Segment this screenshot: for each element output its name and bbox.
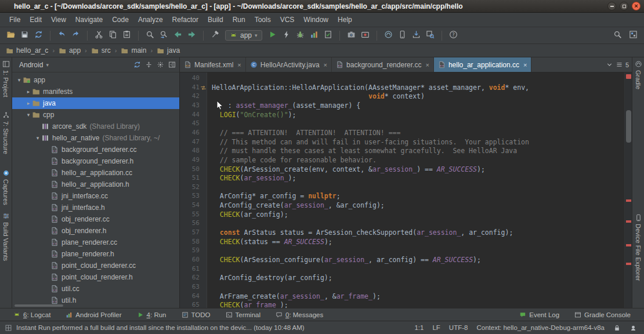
- status-utf-8[interactable]: UTF-8: [449, 324, 468, 331]
- menu-edit[interactable]: Edit: [25, 14, 46, 26]
- breadcrumb-item-main[interactable]: main: [121, 46, 146, 55]
- editor-tab-background_renderer.cc[interactable]: ++background_renderer.cc×: [332, 57, 434, 72]
- tool-strip-button-device-file-explorer[interactable]: Device File Explorer: [635, 214, 642, 281]
- tree-item-hello_ar_application.cc[interactable]: ++hello_ar_application.cc: [12, 167, 179, 179]
- tool-window-button-6-logcat[interactable]: 6: Logcat: [6, 311, 58, 318]
- sync-button[interactable]: [32, 29, 45, 42]
- paste-button[interactable]: [121, 29, 133, 42]
- layout-inspector-button[interactable]: [424, 29, 436, 42]
- tab-list-icon[interactable]: [616, 61, 623, 68]
- hide-panel-icon[interactable]: [168, 61, 176, 68]
- error-stripe-mark[interactable]: [626, 263, 631, 265]
- tree-item-app[interactable]: ▾app: [12, 74, 179, 86]
- attach-debugger-button[interactable]: [280, 29, 292, 42]
- tool-window-button-android-profiler[interactable]: Android Profiler: [58, 311, 129, 318]
- tool-strip-button-gradle[interactable]: Gradle: [635, 60, 642, 89]
- debug-button[interactable]: [294, 29, 306, 42]
- search-everywhere-button[interactable]: [612, 29, 624, 42]
- status-lf[interactable]: LF: [432, 324, 440, 331]
- tab-close-icon[interactable]: ×: [324, 61, 327, 68]
- tree-item-jni_interface.cc[interactable]: ++jni_interface.cc: [12, 190, 179, 202]
- profiler-button[interactable]: [308, 29, 320, 42]
- back-button[interactable]: [172, 29, 184, 42]
- horizontal-scrollbar[interactable]: [15, 304, 63, 307]
- status-caret-position[interactable]: 1:1: [414, 324, 424, 331]
- error-stripe-mark[interactable]: [626, 199, 631, 202]
- menu-tools[interactable]: Tools: [250, 14, 276, 26]
- cut-button[interactable]: [93, 29, 105, 42]
- help-button[interactable]: ?: [447, 29, 460, 42]
- forward-button[interactable]: [186, 29, 198, 42]
- menu-code[interactable]: Code: [107, 14, 133, 26]
- menu-view[interactable]: View: [46, 14, 71, 26]
- tree-expanded-arrow-icon[interactable]: ▾: [34, 135, 41, 141]
- tool-strip-button-7-structure[interactable]: 7: Structure: [2, 111, 10, 154]
- tree-collapsed-arrow-icon[interactable]: ▸: [25, 89, 32, 95]
- titlebar[interactable]: hello_ar_c - [~/Downloads/arcore_sdk/sam…: [0, 0, 644, 13]
- tree-item-obj_renderer.cc[interactable]: ++obj_renderer.cc: [12, 213, 179, 225]
- tree-expanded-arrow-icon[interactable]: ▾: [16, 77, 23, 83]
- breadcrumb-item-java[interactable]: java: [157, 46, 180, 55]
- close-button[interactable]: ×: [632, 2, 641, 10]
- tree-item-arcore_sdk[interactable]: arcore_sdk(Shared Library): [12, 121, 179, 132]
- save-all-button[interactable]: [19, 29, 31, 42]
- menu-window[interactable]: Window: [299, 14, 333, 26]
- tree-expanded-arrow-icon[interactable]: ▾: [25, 112, 32, 118]
- copy-button[interactable]: [107, 29, 119, 42]
- maximize-button[interactable]: [620, 2, 628, 10]
- menu-refactor[interactable]: Refactor: [168, 14, 203, 26]
- menu-help[interactable]: Help: [333, 14, 357, 26]
- undo-button[interactable]: [56, 29, 68, 42]
- tool-window-button-terminal[interactable]: Terminal: [218, 311, 268, 318]
- editor-tab-hello_ar_application.cc[interactable]: ++hello_ar_application.cc×: [434, 57, 532, 72]
- error-stripe-mark[interactable]: [626, 220, 631, 223]
- editor-tab-Manifest.xml[interactable]: <>Manifest.xml×: [180, 57, 246, 72]
- sdk-manager-button[interactable]: [410, 29, 422, 42]
- tree-item-point_cloud_renderer.cc[interactable]: ++point_cloud_renderer.cc: [12, 260, 179, 271]
- tool-window-button-event-log[interactable]: Event Log: [512, 311, 567, 318]
- tab-close-icon[interactable]: ×: [523, 61, 527, 68]
- run-configuration-combo[interactable]: app▾: [225, 30, 262, 41]
- gradle-sync-button[interactable]: [382, 29, 395, 42]
- find-button[interactable]: [144, 29, 156, 42]
- editor-tab-HelloArActivity.java[interactable]: CHelloArActivity.java×: [246, 57, 332, 72]
- breadcrumb-item-src[interactable]: src: [91, 46, 111, 55]
- tool-window-button-4-run[interactable]: 4: Run: [129, 311, 174, 318]
- breadcrumb-item-app[interactable]: app: [59, 46, 81, 55]
- tree-item-plane_renderer.h[interactable]: ++plane_renderer.h: [12, 248, 179, 260]
- open-folder-button[interactable]: [5, 29, 17, 42]
- coverage-button[interactable]: [322, 29, 334, 42]
- menu-file[interactable]: File: [5, 14, 25, 26]
- chevron-down-icon[interactable]: [606, 61, 613, 68]
- status-message-area[interactable]: Instant Run performed a full build and i…: [5, 324, 414, 332]
- redo-button[interactable]: [70, 29, 82, 42]
- tool-strip-button-captures[interactable]: Captures: [2, 169, 10, 205]
- lock-icon[interactable]: [613, 324, 621, 332]
- menu-navigate[interactable]: Navigate: [71, 14, 107, 26]
- tree-item-cpp[interactable]: ▾cpp: [12, 109, 179, 121]
- menu-analyze[interactable]: Analyze: [133, 14, 168, 26]
- replace-button[interactable]: [158, 29, 170, 42]
- tree-item-hello_ar_native[interactable]: ▾hello_ar_native(Shared Library, ~/: [12, 132, 179, 144]
- tool-strip-button-build-variants[interactable]: Build Variants: [2, 212, 10, 261]
- tree-item-hello_ar_application.h[interactable]: ++hello_ar_application.h: [12, 179, 179, 190]
- project-structure-button[interactable]: [627, 29, 639, 42]
- tool-window-button-gradle-console[interactable]: Gradle Console: [567, 311, 638, 318]
- code-editor[interactable]: HelloArApplication::HelloArApplication(A…: [207, 72, 624, 308]
- tree-item-background_renderer.h[interactable]: ++background_renderer.h: [12, 155, 179, 167]
- build-hammer-button[interactable]: [209, 29, 221, 42]
- tree-item-plane_renderer.cc[interactable]: ++plane_renderer.cc: [12, 237, 179, 248]
- menu-run[interactable]: Run: [228, 14, 250, 26]
- tree-item-java[interactable]: ▸java: [12, 97, 179, 109]
- tree-collapsed-arrow-icon[interactable]: ▸: [25, 100, 32, 106]
- tree-item-obj_renderer.h[interactable]: ++obj_renderer.h: [12, 225, 179, 237]
- tree-item-jni_interface.h[interactable]: ++jni_interface.h: [12, 202, 179, 213]
- error-indicator[interactable]: [626, 74, 631, 79]
- tree-item-manifests[interactable]: ▸manifests: [12, 86, 179, 97]
- avd-manager-button[interactable]: [396, 29, 408, 42]
- tree-item-util.cc[interactable]: ++util.cc: [12, 283, 179, 295]
- tree-item-background_renderer.cc[interactable]: ++background_renderer.cc: [12, 144, 179, 155]
- collapse-all-icon[interactable]: [145, 61, 153, 68]
- minimize-button[interactable]: [607, 2, 616, 10]
- tool-window-button-0-messages[interactable]: 0: Messages: [268, 311, 331, 318]
